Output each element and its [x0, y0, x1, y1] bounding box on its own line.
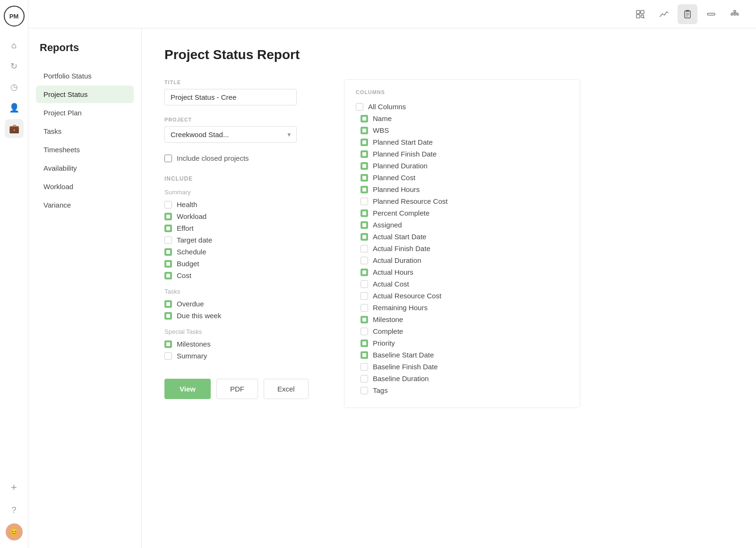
summary-schedule-item[interactable]: Schedule	[164, 248, 316, 256]
col-planned-start-date-checkbox[interactable]	[361, 139, 368, 146]
title-input[interactable]	[164, 89, 297, 105]
col-actual-duration[interactable]: Actual Duration	[356, 256, 568, 264]
nav-help[interactable]: ?	[5, 501, 24, 520]
col-milestone-checkbox[interactable]	[361, 316, 368, 323]
col-all-columns-checkbox[interactable]	[356, 103, 363, 111]
sidebar-item-portfolio-status[interactable]: Portfolio Status	[36, 67, 134, 85]
col-actual-start-date[interactable]: Actual Start Date	[356, 233, 568, 241]
nav-home[interactable]: ⌂	[5, 36, 24, 55]
special-summary-checkbox[interactable]	[164, 352, 172, 360]
toolbar-clipboard[interactable]	[678, 4, 697, 24]
sidebar-item-project-status[interactable]: Project Status	[36, 86, 134, 103]
summary-workload-item[interactable]: Workload	[164, 212, 316, 220]
col-planned-cost[interactable]: Planned Cost	[356, 174, 568, 182]
col-actual-hours[interactable]: Actual Hours	[356, 268, 568, 276]
col-tags[interactable]: Tags	[356, 386, 568, 394]
col-planned-resource-cost[interactable]: Planned Resource Cost	[356, 197, 568, 205]
project-select[interactable]: Creekwood Stad...	[164, 126, 297, 143]
col-actual-resource-cost[interactable]: Actual Resource Cost	[356, 292, 568, 300]
sidebar-item-variance[interactable]: Variance	[36, 196, 134, 214]
col-complete[interactable]: Complete	[356, 327, 568, 335]
sidebar-item-timesheets[interactable]: Timesheets	[36, 141, 134, 158]
col-assigned-checkbox[interactable]	[361, 221, 368, 229]
include-closed-checkbox[interactable]	[164, 155, 172, 162]
summary-target-date-checkbox[interactable]	[164, 236, 172, 244]
col-milestone[interactable]: Milestone	[356, 315, 568, 323]
summary-target-date-item[interactable]: Target date	[164, 236, 316, 244]
sidebar-item-tasks[interactable]: Tasks	[36, 122, 134, 140]
pdf-button[interactable]: PDF	[216, 379, 258, 399]
special-summary-item[interactable]: Summary	[164, 352, 316, 360]
col-actual-resource-cost-checkbox[interactable]	[361, 292, 368, 300]
app-logo[interactable]: PM	[4, 6, 25, 26]
col-assigned[interactable]: Assigned	[356, 221, 568, 229]
summary-health-item[interactable]: Health	[164, 200, 316, 209]
col-planned-hours-checkbox[interactable]	[361, 186, 368, 193]
col-planned-start-date[interactable]: Planned Start Date	[356, 138, 568, 146]
tasks-due-this-week-checkbox[interactable]	[164, 312, 172, 320]
col-actual-hours-checkbox[interactable]	[361, 269, 368, 276]
col-baseline-finish-date[interactable]: Baseline Finish Date	[356, 363, 568, 371]
special-milestones-checkbox[interactable]	[164, 340, 172, 348]
col-actual-cost[interactable]: Actual Cost	[356, 280, 568, 288]
toolbar-chart[interactable]	[654, 4, 674, 24]
col-actual-start-date-checkbox[interactable]	[361, 233, 368, 241]
sidebar-item-workload[interactable]: Workload	[36, 178, 134, 195]
toolbar-search-analytics[interactable]	[630, 4, 650, 24]
nav-reports[interactable]: 💼	[5, 119, 24, 138]
col-name-checkbox[interactable]	[361, 115, 368, 122]
toolbar-link[interactable]	[701, 4, 721, 24]
col-planned-duration-checkbox[interactable]	[361, 162, 368, 170]
excel-button[interactable]: Excel	[264, 379, 309, 399]
col-baseline-duration-checkbox[interactable]	[361, 375, 368, 383]
col-baseline-start-date-checkbox[interactable]	[361, 351, 368, 359]
col-actual-finish-date[interactable]: Actual Finish Date	[356, 244, 568, 252]
summary-workload-checkbox[interactable]	[164, 213, 172, 220]
col-priority-checkbox[interactable]	[361, 339, 368, 347]
sidebar-item-project-plan[interactable]: Project Plan	[36, 104, 134, 122]
nav-people[interactable]: 👤	[5, 98, 24, 117]
summary-budget-checkbox[interactable]	[164, 260, 172, 268]
special-milestones-item[interactable]: Milestones	[164, 340, 316, 348]
view-button[interactable]: View	[164, 379, 211, 399]
col-planned-resource-cost-checkbox[interactable]	[361, 198, 368, 205]
col-priority[interactable]: Priority	[356, 339, 568, 347]
col-baseline-duration[interactable]: Baseline Duration	[356, 374, 568, 383]
col-baseline-start-date[interactable]: Baseline Start Date	[356, 351, 568, 359]
sidebar-item-availability[interactable]: Availability	[36, 159, 134, 177]
col-baseline-finish-date-checkbox[interactable]	[361, 363, 368, 371]
tasks-overdue-checkbox[interactable]	[164, 300, 172, 308]
nav-add[interactable]: +	[5, 478, 24, 497]
summary-health-checkbox[interactable]	[164, 201, 172, 209]
summary-effort-item[interactable]: Effort	[164, 224, 316, 232]
user-avatar[interactable]: 😊	[6, 523, 23, 540]
tasks-due-this-week-item[interactable]: Due this week	[164, 312, 316, 320]
col-remaining-hours-checkbox[interactable]	[361, 304, 368, 312]
summary-schedule-checkbox[interactable]	[164, 248, 172, 256]
col-wbs-checkbox[interactable]	[361, 127, 368, 134]
col-planned-cost-checkbox[interactable]	[361, 174, 368, 182]
toolbar-hierarchy[interactable]	[725, 4, 745, 24]
col-tags-checkbox[interactable]	[361, 387, 368, 394]
nav-notifications[interactable]: ↻	[5, 57, 24, 76]
summary-budget-item[interactable]: Budget	[164, 260, 316, 268]
col-planned-hours[interactable]: Planned Hours	[356, 185, 568, 193]
col-planned-finish-date[interactable]: Planned Finish Date	[356, 150, 568, 158]
col-name[interactable]: Name	[356, 114, 568, 122]
col-planned-finish-date-checkbox[interactable]	[361, 150, 368, 158]
col-all-columns[interactable]: All Columns	[356, 103, 568, 111]
summary-effort-checkbox[interactable]	[164, 225, 172, 232]
tasks-overdue-item[interactable]: Overdue	[164, 300, 316, 308]
col-planned-duration[interactable]: Planned Duration	[356, 162, 568, 170]
col-percent-complete[interactable]: Percent Complete	[356, 209, 568, 217]
col-actual-cost-checkbox[interactable]	[361, 280, 368, 288]
include-closed-row[interactable]: Include closed projects	[164, 154, 316, 162]
summary-cost-item[interactable]: Cost	[164, 271, 316, 279]
col-actual-finish-date-checkbox[interactable]	[361, 245, 368, 252]
summary-cost-checkbox[interactable]	[164, 272, 172, 279]
col-actual-duration-checkbox[interactable]	[361, 257, 368, 264]
col-percent-complete-checkbox[interactable]	[361, 209, 368, 217]
col-wbs[interactable]: WBS	[356, 126, 568, 134]
nav-recent[interactable]: ◷	[5, 78, 24, 96]
col-remaining-hours[interactable]: Remaining Hours	[356, 304, 568, 312]
